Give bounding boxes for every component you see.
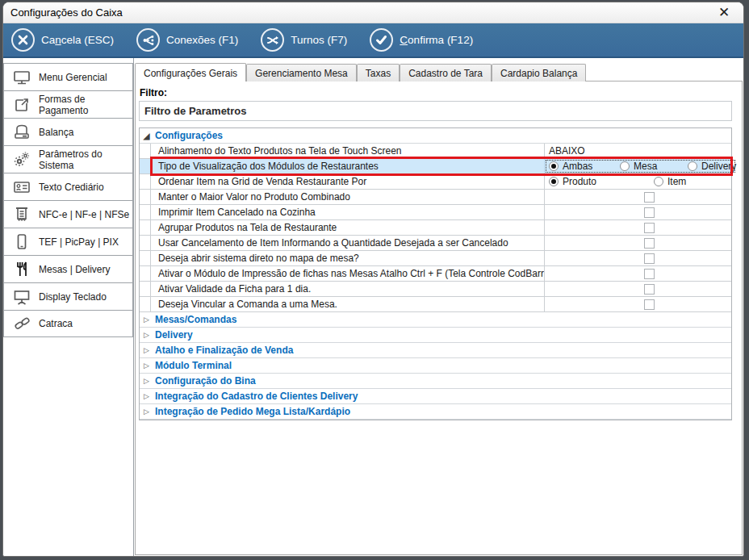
filter-input[interactable] — [139, 101, 732, 121]
table-row[interactable]: Ordenar Item na Grid de Venda Restaurant… — [140, 174, 731, 190]
fiscal-printer-icon — [12, 206, 31, 223]
radio-icon[interactable] — [549, 161, 559, 171]
gears-icon — [12, 151, 31, 168]
sidebar-item-display-teclado[interactable]: Display Teclado — [3, 282, 133, 310]
sidebar-item-menu-gerencial[interactable]: Menu Gerencial — [3, 63, 133, 90]
cutlery-icon — [12, 261, 31, 278]
checkbox-icon[interactable] — [644, 253, 655, 264]
radio-icon[interactable] — [549, 177, 559, 186]
close-icon[interactable]: ✕ — [708, 2, 740, 23]
group-row-integracao-pedido-mega[interactable]: ▷ Integração de Pedido Mega Lista/Kardáp… — [140, 404, 731, 420]
settings-dialog: Configurações do Caixa ✕ Cancela (ESC) C… — [2, 2, 744, 557]
sidebar-item-label: Mesas | Delivery — [39, 264, 110, 275]
checkbox-icon[interactable] — [644, 192, 655, 203]
export-arrow-icon — [12, 97, 31, 113]
cancel-button[interactable]: Cancela (ESC) — [11, 28, 114, 52]
group-row-modulo-terminal[interactable]: ▷ Módulo Terminal — [140, 358, 731, 374]
connections-button[interactable]: Conexões (F1) — [136, 28, 238, 52]
sidebar-item-formas-pagamento[interactable]: Formas de Pagamento — [3, 90, 133, 118]
sidebar-item-mesas-delivery[interactable]: Mesas | Delivery — [3, 255, 133, 282]
sidebar-item-tef[interactable]: TEF | PicPay | PIX — [3, 228, 133, 255]
chain-link-icon — [12, 316, 31, 332]
setting-label: Tipo de Visualização dos Módulos de Rest… — [151, 159, 545, 173]
tab-page: Filtro: ◢ Configurações Alinhamento do T… — [135, 81, 743, 555]
setting-label: Deseja abrir sistema direto no mapa de m… — [151, 251, 545, 265]
expand-arrow-icon: ◢ — [143, 132, 150, 140]
confirm-button-label: Confirma (F12) — [400, 34, 473, 46]
radio-option-produto[interactable]: Produto — [549, 176, 654, 187]
sidebar-item-nfce[interactable]: NFC-e | NF-e | NFSe — [3, 200, 133, 228]
table-row[interactable]: Ativar o Módulo de Impressão de fichas n… — [140, 266, 731, 282]
collapse-arrow-icon: ▷ — [143, 377, 150, 385]
collapse-arrow-icon: ▷ — [143, 331, 150, 339]
sidebar-item-label: Texto Crediário — [39, 182, 104, 193]
radio-option-item[interactable]: Item — [654, 176, 686, 187]
setting-label: Agrupar Produtos na Tela de Restaurante — [151, 220, 545, 235]
sidebar-item-catraca[interactable]: Catraca — [3, 310, 133, 337]
group-row-configuracoes[interactable]: ◢ Configurações — [140, 128, 731, 144]
group-row-atalho-finalizacao[interactable]: ▷ Atalho e Finalização de Venda — [140, 343, 731, 358]
table-row-highlighted[interactable]: Tipo de Visualização dos Módulos de Rest… — [140, 159, 731, 174]
table-row[interactable]: Imprimir Item Cancelado na Cozinha — [140, 205, 731, 220]
setting-label: Imprimir Item Cancelado na Cozinha — [151, 205, 545, 219]
shifts-button[interactable]: Turnos (F7) — [261, 28, 347, 52]
radio-option-mesa[interactable]: Mesa — [620, 161, 688, 172]
checkbox-icon[interactable] — [644, 223, 655, 233]
connections-share-circle-icon — [136, 28, 160, 52]
setting-label: Manter o Maior Valor no Produto Combinad… — [151, 190, 545, 204]
shifts-shuffle-circle-icon — [261, 28, 284, 52]
group-label: Atalho e Finalização de Venda — [155, 345, 293, 356]
setting-label: Ativar o Módulo de Impressão de fichas n… — [151, 266, 545, 281]
cancel-button-label: Cancela (ESC) — [41, 34, 114, 46]
sidebar-item-label: NFC-e | NF-e | NFSe — [39, 209, 129, 220]
radio-icon[interactable] — [654, 177, 663, 186]
title-bar: Configurações do Caixa ✕ — [3, 2, 743, 23]
collapse-arrow-icon: ▷ — [143, 392, 150, 400]
setting-value: ABAIXO — [549, 145, 585, 157]
table-row[interactable]: Ativar Validade da Ficha para 1 dia. — [140, 282, 731, 297]
radio-option-delivery[interactable]: Delivery — [688, 161, 736, 172]
projection-screen-icon — [12, 289, 31, 305]
table-row[interactable]: Agrupar Produtos na Tela de Restaurante — [140, 220, 731, 236]
collapse-arrow-icon: ▷ — [143, 361, 150, 370]
group-label: Integração de Pedido Mega Lista/Kardápio — [155, 406, 350, 417]
collapse-arrow-icon: ▷ — [143, 407, 150, 416]
sidebar-item-texto-crediario[interactable]: Texto Crediário — [3, 173, 133, 200]
confirm-button[interactable]: Confirma (F12) — [370, 28, 473, 52]
tab-bar: Configurações Gerais Gerenciamento Mesa … — [134, 58, 743, 81]
table-row[interactable]: Usar Cancelamento de Item Informando a Q… — [140, 236, 731, 251]
sidebar-item-balanca[interactable]: Balança — [3, 118, 133, 145]
radio-option-ambas[interactable]: Ambas — [549, 161, 620, 172]
checkbox-icon[interactable] — [644, 207, 655, 218]
tab-cardapio-balanca[interactable]: Cardapio Balança — [492, 64, 586, 81]
group-row-configuracao-bina[interactable]: ▷ Configuração do Bina — [140, 374, 731, 389]
group-row-delivery[interactable]: ▷ Delivery — [140, 328, 731, 343]
tab-cadastro-de-tara[interactable]: Cadastro de Tara — [400, 64, 492, 81]
sidebar-item-parametros-sistema[interactable]: Parâmetros do Sistema — [3, 145, 133, 173]
radio-icon[interactable] — [620, 161, 630, 171]
table-row[interactable]: Deseja abrir sistema direto no mapa de m… — [140, 251, 731, 266]
group-row-integracao-clientes-delivery[interactable]: ▷ Integração do Cadastro de Clientes Del… — [140, 389, 731, 404]
table-row[interactable]: Manter o Maior Valor no Produto Combinad… — [140, 190, 731, 205]
checkbox-icon[interactable] — [644, 299, 655, 310]
tab-configuracoes-gerais[interactable]: Configurações Gerais — [135, 63, 246, 81]
checkbox-icon[interactable] — [644, 238, 655, 249]
action-toolbar: Cancela (ESC) Conexões (F1) Turnos (F7) … — [3, 23, 743, 58]
settings-grid: ◢ Configurações Alinhamento do Texto Pro… — [139, 127, 732, 420]
checkbox-icon[interactable] — [644, 284, 655, 295]
checkbox-icon[interactable] — [644, 269, 655, 279]
confirm-check-circle-icon — [370, 28, 393, 52]
tab-taxas[interactable]: Taxas — [357, 64, 400, 81]
table-row[interactable]: Deseja Vincular a Comanda a uma Mesa. — [140, 297, 731, 312]
group-label: Integração do Cadastro de Clientes Deliv… — [155, 391, 358, 402]
setting-label: Ordenar Item na Grid de Venda Restaurant… — [151, 174, 545, 189]
group-row-mesas-comandas[interactable]: ▷ Mesas/Comandas — [140, 312, 731, 328]
sidebar-item-label: Menu Gerencial — [39, 72, 107, 83]
id-card-icon — [12, 180, 31, 194]
sidebar: Menu Gerencial Formas de Pagamento Balan… — [3, 58, 134, 556]
group-label: Módulo Terminal — [155, 360, 232, 371]
radio-icon[interactable] — [688, 161, 697, 171]
table-row[interactable]: Alinhamento do Texto Produtos na Tela de… — [140, 144, 731, 159]
filter-label: Filtro: — [140, 87, 730, 98]
tab-gerenciamento-mesa[interactable]: Gerenciamento Mesa — [246, 64, 357, 81]
